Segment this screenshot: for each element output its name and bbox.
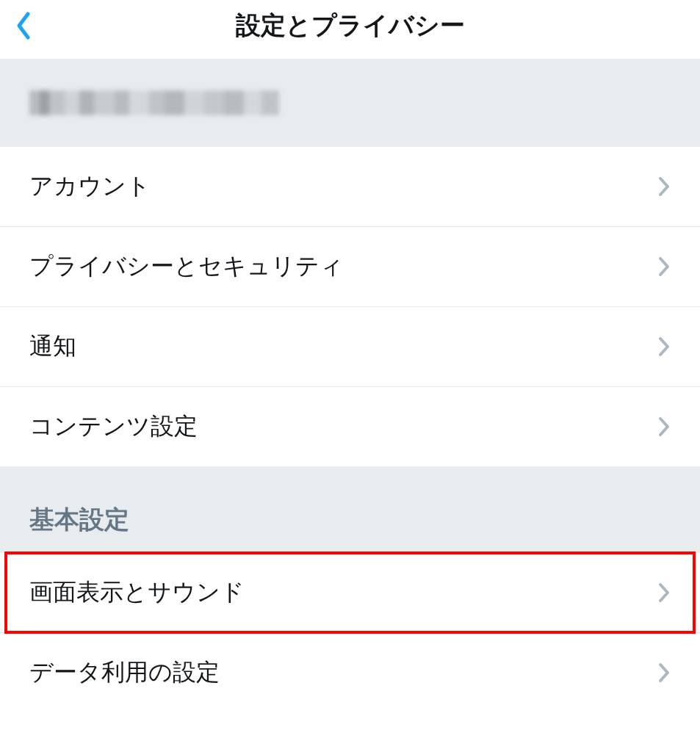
basic-settings-section-header: 基本設定 bbox=[0, 466, 700, 553]
navigation-header: 設定とプライバシー bbox=[0, 0, 700, 59]
basic-settings-list: 画面表示とサウンド データ利用の設定 bbox=[0, 553, 700, 704]
account-name-section bbox=[0, 59, 700, 147]
settings-item-data-usage[interactable]: データ利用の設定 bbox=[0, 633, 700, 704]
chevron-right-icon bbox=[657, 336, 671, 358]
chevron-right-icon bbox=[657, 582, 671, 604]
account-name-redacted bbox=[29, 90, 279, 115]
section-header-label: 基本設定 bbox=[29, 503, 671, 537]
settings-item-account[interactable]: アカウント bbox=[0, 147, 700, 227]
settings-item-label: コンテンツ設定 bbox=[29, 411, 198, 443]
settings-item-label: データ利用の設定 bbox=[29, 657, 220, 689]
page-title: 設定とプライバシー bbox=[15, 9, 685, 43]
settings-item-notifications[interactable]: 通知 bbox=[0, 307, 700, 387]
settings-item-label: 画面表示とサウンド bbox=[29, 576, 245, 609]
chevron-right-icon bbox=[657, 256, 671, 278]
chevron-right-icon bbox=[657, 662, 671, 684]
chevron-right-icon bbox=[657, 176, 671, 198]
settings-item-display-sound[interactable]: 画面表示とサウンド bbox=[0, 553, 700, 633]
settings-item-label: プライバシーとセキュリティ bbox=[29, 250, 344, 283]
main-settings-list: アカウント プライバシーとセキュリティ 通知 コンテンツ設定 bbox=[0, 147, 700, 466]
settings-item-label: 通知 bbox=[29, 330, 76, 363]
settings-item-label: アカウント bbox=[29, 170, 151, 203]
settings-item-privacy-security[interactable]: プライバシーとセキュリティ bbox=[0, 227, 700, 307]
settings-item-content-settings[interactable]: コンテンツ設定 bbox=[0, 387, 700, 466]
chevron-right-icon bbox=[657, 416, 671, 438]
